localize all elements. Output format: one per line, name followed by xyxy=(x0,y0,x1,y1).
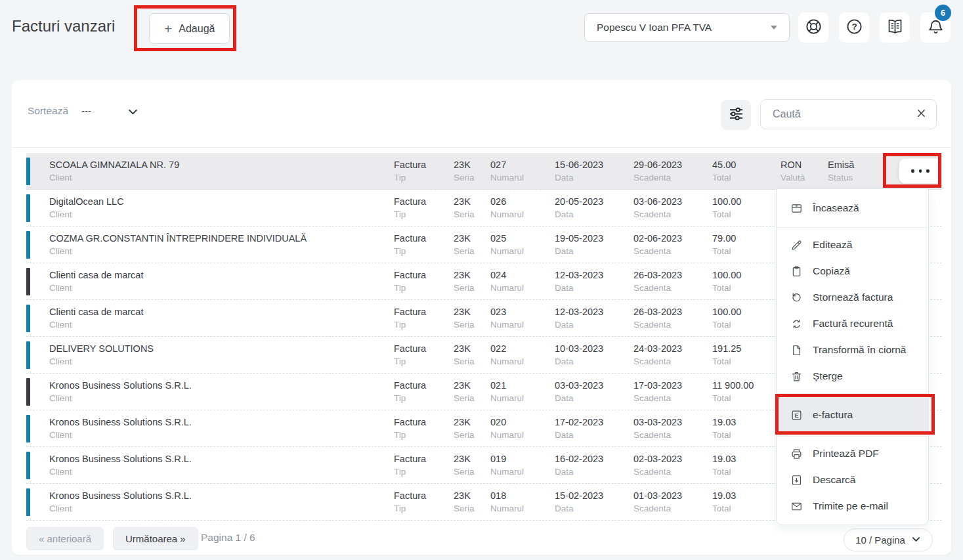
client-name: DigitalOcean LLC xyxy=(49,195,394,208)
search-input[interactable] xyxy=(773,108,916,120)
menu-item-pencil[interactable]: Editează xyxy=(777,232,928,258)
e-invoice-icon: E xyxy=(790,408,803,421)
data-label: Data xyxy=(555,208,633,221)
scadenta-value: 26-03-2023 xyxy=(633,305,712,318)
numarul-label: Numarul xyxy=(490,245,555,257)
client-cell: Clienti casa de marcat Client xyxy=(49,305,394,331)
tip-cell: Factura Tip xyxy=(394,379,454,404)
data-value: 03-03-2023 xyxy=(555,379,633,392)
total-cell: 11 900.00 Total xyxy=(712,379,781,404)
per-page-selector[interactable]: 10 / Pagina xyxy=(844,528,933,551)
data-value: 12-03-2023 xyxy=(555,269,633,282)
valuta-cell: RON Valută xyxy=(781,158,828,184)
scadenta-cell: 26-03-2023 Scadenta xyxy=(633,305,712,331)
envelope-icon xyxy=(790,500,803,513)
status-cell: Emisă Status xyxy=(828,158,887,184)
scadenta-cell: 17-03-2023 Scadenta xyxy=(633,379,712,404)
total-cell: 19.03 Total xyxy=(712,489,781,515)
sort-select[interactable]: --- xyxy=(81,105,91,116)
data-cell: 20-05-2023 Data xyxy=(555,195,633,221)
help-button[interactable]: ? xyxy=(839,12,869,43)
scadenta-label: Scadenta xyxy=(633,245,712,257)
data-label: Data xyxy=(555,392,633,404)
menu-item-trash[interactable]: Șterge xyxy=(777,363,928,389)
table-row[interactable]: SCOALA GIMNAZIALA NR. 79 Client Factura … xyxy=(26,153,942,190)
seria-label: Seria xyxy=(454,245,490,257)
total-cell: 19.03 Total xyxy=(712,416,781,441)
scadenta-label: Scadenta xyxy=(633,429,712,441)
tip-cell: Factura Tip xyxy=(394,195,454,221)
numarul-label: Numarul xyxy=(490,502,555,515)
seria-value: 23K xyxy=(454,452,490,465)
total-cell: 100.00 Total xyxy=(712,305,781,331)
data-value: 16-02-2023 xyxy=(555,452,633,465)
menu-item-envelope[interactable]: Trimite pe e-mail xyxy=(777,493,928,519)
dot-icon xyxy=(926,169,930,173)
seria-value: 23K xyxy=(454,305,490,318)
menu-item-printer[interactable]: Printează PDF xyxy=(777,441,928,467)
total-value: 19.03 xyxy=(712,489,781,502)
scadenta-value: 02-06-2023 xyxy=(633,232,712,245)
client-cell: Kronos Business Solutions S.R.L. Client xyxy=(49,416,394,441)
menu-item-recurring[interactable]: Factură recurentă xyxy=(777,311,928,337)
seria-cell: 23K Seria xyxy=(454,489,490,515)
total-label: Total xyxy=(712,502,781,515)
row-accent-bar xyxy=(26,415,30,442)
row-actions-menu: ÎncaseazăEditeazăCopiazăStornează factur… xyxy=(776,188,929,525)
menu-item-label: Descarcă xyxy=(813,474,855,486)
scadenta-cell: 01-03-2023 Scadenta xyxy=(633,489,712,515)
row-accent-bar xyxy=(26,341,30,369)
scadenta-cell: 02-03-2023 Scadenta xyxy=(633,452,712,478)
clear-search-icon[interactable] xyxy=(916,108,927,121)
menu-divider xyxy=(777,227,928,228)
tip-label: Tip xyxy=(394,465,454,478)
menu-item-cash-register[interactable]: Încasează xyxy=(777,193,928,223)
chevron-down-icon[interactable] xyxy=(127,106,139,120)
pencil-icon xyxy=(790,238,803,251)
tip-label: Tip xyxy=(394,171,454,184)
guide-button[interactable] xyxy=(880,12,910,43)
add-button[interactable]: + Adaugă xyxy=(149,13,230,44)
scadenta-value: 03-03-2023 xyxy=(633,416,712,429)
notifications-badge: 6 xyxy=(935,5,951,21)
client-name: SCOALA GIMNAZIALA NR. 79 xyxy=(49,158,394,171)
seria-value: 23K xyxy=(454,489,490,502)
menu-item-undo[interactable]: Stornează factura xyxy=(777,284,928,311)
tip-value: Factura xyxy=(394,305,454,318)
menu-item-label: Șterge xyxy=(813,370,843,382)
company-selector[interactable]: Popescu V Ioan PFA TVA xyxy=(584,13,790,42)
total-value: 45.00 xyxy=(712,158,781,171)
numarul-label: Numarul xyxy=(490,465,555,478)
next-page-button[interactable]: Următoarea » xyxy=(113,527,198,550)
filter-button[interactable] xyxy=(721,100,751,130)
tip-value: Factura xyxy=(394,232,454,245)
numarul-value: 021 xyxy=(490,379,555,392)
support-button[interactable] xyxy=(798,12,828,43)
client-cell: Kronos Business Solutions S.R.L. Client xyxy=(49,489,394,515)
menu-item-e-invoice[interactable]: Ee-factura xyxy=(777,398,928,432)
menu-item-draft[interactable]: Transformă în ciornă xyxy=(777,337,928,363)
plus-icon: + xyxy=(164,22,172,35)
seria-cell: 23K Seria xyxy=(454,416,490,441)
tip-cell: Factura Tip xyxy=(394,269,454,294)
add-button-label: Adaugă xyxy=(179,23,215,35)
tip-label: Tip xyxy=(394,502,454,515)
menu-item-clipboard[interactable]: Copiază xyxy=(777,258,928,284)
download-icon xyxy=(790,473,803,486)
numarul-value: 026 xyxy=(490,195,555,208)
data-value: 17-02-2023 xyxy=(555,416,633,429)
tip-value: Factura xyxy=(394,195,454,208)
numarul-cell: 023 Numarul xyxy=(490,305,555,331)
per-page-value: 10 / Pagina xyxy=(855,534,905,546)
printer-icon xyxy=(790,447,803,460)
previous-page-button[interactable]: « anterioară xyxy=(26,527,104,550)
seria-label: Seria xyxy=(454,429,490,441)
valuta-label: Valută xyxy=(781,171,828,184)
total-label: Total xyxy=(712,429,781,441)
menu-item-download[interactable]: Descarcă xyxy=(777,467,928,493)
scadenta-cell: 26-03-2023 Scadenta xyxy=(633,269,712,294)
row-accent-bar xyxy=(26,194,30,222)
scadenta-label: Scadenta xyxy=(633,282,712,294)
tip-cell: Factura Tip xyxy=(394,342,454,368)
row-menu-button[interactable] xyxy=(899,158,942,184)
